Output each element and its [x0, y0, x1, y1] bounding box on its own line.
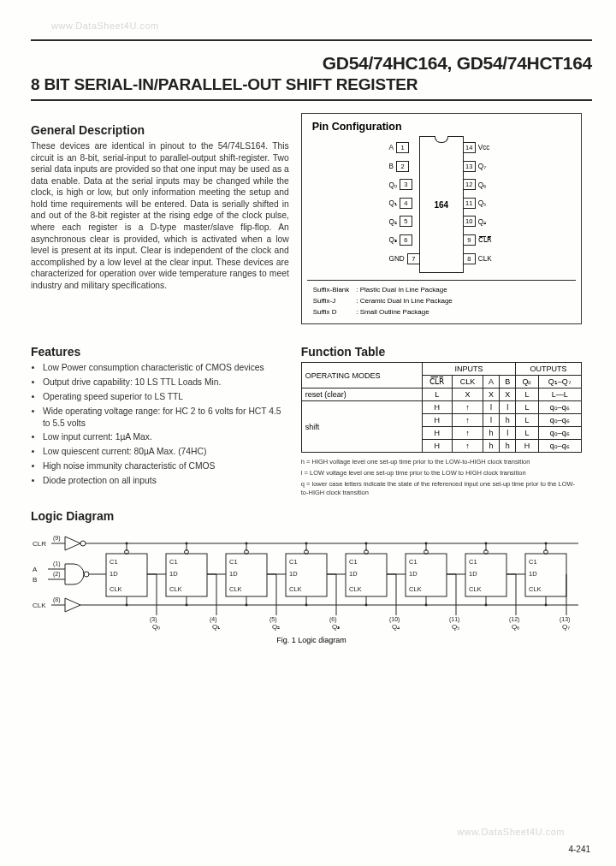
svg-point-84 — [365, 543, 368, 545]
watermark-top: www.DataSheet4U.com — [51, 21, 159, 31]
feature-item: Operating speed superior to LS TTL — [43, 391, 289, 403]
feature-item: Low quiescent current: 80µA Max. (74HC) — [43, 446, 289, 458]
pin-right: 13Q₇ — [463, 161, 492, 172]
pin-left: GND7 — [389, 253, 420, 264]
pin-left: Q₀3 — [389, 179, 420, 190]
svg-text:Q₇: Q₇ — [562, 623, 570, 631]
svg-text:(8): (8) — [53, 596, 61, 603]
svg-text:C1: C1 — [169, 558, 178, 566]
svg-text:CLK: CLK — [409, 585, 422, 593]
feature-item: Low input current: 1µA Max. — [43, 431, 289, 443]
part-title: GD54/74HC164, GD54/74HCT164 — [31, 53, 592, 74]
pin-right: 14Vcc — [463, 142, 492, 153]
watermark-bottom: www.DataSheet4U.com — [457, 827, 565, 837]
svg-text:Q₁: Q₁ — [212, 623, 220, 631]
svg-text:CLK: CLK — [529, 585, 542, 593]
rule-under-title — [31, 99, 592, 101]
pin-right: 11Q₅ — [463, 198, 492, 209]
svg-text:CLK: CLK — [33, 602, 46, 609]
pin-right: 12Q₆ — [463, 179, 492, 190]
svg-point-71 — [305, 604, 308, 607]
svg-point-56 — [246, 543, 248, 545]
suffix-table: Suffix-Blank: Plastic Dual In Line Packa… — [309, 284, 457, 318]
chip-outline: 164 A1B2Q₀3Q₁4Q₂5Q₃6GND7 14Vcc13Q₇12Q₆11… — [419, 136, 464, 273]
svg-text:B: B — [33, 576, 37, 584]
pin-right: 10Q₄ — [463, 216, 492, 227]
svg-text:1D: 1D — [110, 570, 118, 578]
svg-text:Q₃: Q₃ — [332, 623, 340, 631]
svg-text:(12): (12) — [509, 616, 519, 623]
feature-item: Low Power consumption characteristic of … — [43, 362, 289, 374]
svg-text:CLR: CLR — [33, 540, 46, 548]
svg-text:1D: 1D — [349, 570, 358, 578]
pin-left: Q₃6 — [389, 234, 420, 246]
svg-point-85 — [365, 604, 368, 607]
pin-right: 8CLK — [463, 253, 492, 264]
svg-text:CLK: CLK — [169, 585, 182, 593]
svg-text:(10): (10) — [389, 616, 400, 623]
pin-configuration-box: Pin Configuration 164 A1B2Q₀3Q₁4Q₂5Q₃6GN… — [301, 113, 582, 324]
pin-left: B2 — [389, 161, 420, 172]
pin-left: Q₂5 — [389, 216, 420, 227]
svg-text:Q₂: Q₂ — [272, 623, 280, 631]
svg-text:Q₆: Q₆ — [512, 623, 519, 631]
svg-point-70 — [305, 543, 308, 545]
svg-text:CLK: CLK — [229, 585, 242, 593]
svg-text:1D: 1D — [169, 570, 178, 578]
svg-point-98 — [425, 543, 428, 545]
svg-text:Q₄: Q₄ — [392, 623, 400, 631]
svg-text:Q₅: Q₅ — [452, 623, 459, 631]
svg-text:C1: C1 — [529, 558, 537, 566]
svg-text:(3): (3) — [150, 616, 157, 623]
feature-item: Wide operating voltage range: for HC 2 t… — [43, 406, 289, 430]
feature-item: High noise immunity characteristic of CM… — [43, 460, 289, 472]
svg-text:C1: C1 — [409, 558, 418, 566]
svg-text:1D: 1D — [529, 570, 537, 578]
svg-text:1D: 1D — [289, 570, 298, 578]
features-list: Low Power consumption characteristic of … — [31, 362, 289, 486]
pin-left: Q₁4 — [389, 198, 420, 209]
svg-text:C1: C1 — [349, 558, 358, 566]
rule-top — [31, 39, 592, 41]
svg-point-29 — [126, 604, 128, 607]
svg-point-127 — [545, 604, 548, 607]
svg-point-113 — [485, 604, 488, 607]
function-table-notes: h = HIGH voltage level one set-up time p… — [301, 458, 582, 496]
svg-text:Q₀: Q₀ — [152, 623, 160, 631]
svg-point-99 — [425, 604, 428, 607]
page-number: 4-241 — [568, 845, 590, 854]
ft-head-opmodes: OPERATING MODES — [301, 363, 422, 389]
svg-text:C1: C1 — [229, 558, 238, 566]
svg-text:1D: 1D — [409, 570, 418, 578]
ft-head-inputs: INPUTS — [422, 363, 516, 376]
function-table-heading: Function Table — [301, 345, 582, 359]
svg-text:(2): (2) — [53, 571, 61, 578]
svg-text:A: A — [33, 566, 38, 573]
pin-configuration-heading: Pin Configuration — [312, 121, 574, 133]
svg-text:(11): (11) — [449, 616, 459, 623]
svg-text:CLK: CLK — [289, 585, 302, 593]
svg-text:CLK: CLK — [110, 585, 122, 593]
svg-text:1D: 1D — [229, 570, 238, 578]
svg-point-42 — [186, 543, 188, 545]
svg-text:CLK: CLK — [469, 585, 482, 593]
svg-text:C1: C1 — [110, 558, 118, 566]
logic-diagram-caption: Fig. 1 Logic diagram — [31, 636, 592, 644]
feature-item: Output drive capability: 10 LS TTL Loads… — [43, 377, 289, 389]
svg-text:CLK: CLK — [349, 585, 362, 593]
svg-point-126 — [545, 543, 548, 545]
svg-text:(9): (9) — [53, 535, 61, 542]
svg-text:(13): (13) — [560, 616, 570, 623]
chip-label: 164 — [434, 200, 448, 210]
svg-point-43 — [186, 604, 188, 607]
feature-item: Diode protection on all inputs — [43, 475, 289, 487]
pin-right: 9C̅L̅R̅ — [463, 234, 492, 246]
svg-text:C1: C1 — [469, 558, 477, 566]
logic-diagram-heading: Logic Diagram — [31, 509, 592, 523]
svg-text:(4): (4) — [210, 616, 217, 623]
features-heading: Features — [31, 345, 289, 359]
function-table: OPERATING MODES INPUTS OUTPUTS C̅L̅R̅CLK… — [301, 362, 582, 453]
pin-left: A1 — [389, 142, 420, 153]
svg-text:C1: C1 — [289, 558, 298, 566]
svg-point-57 — [246, 604, 248, 607]
